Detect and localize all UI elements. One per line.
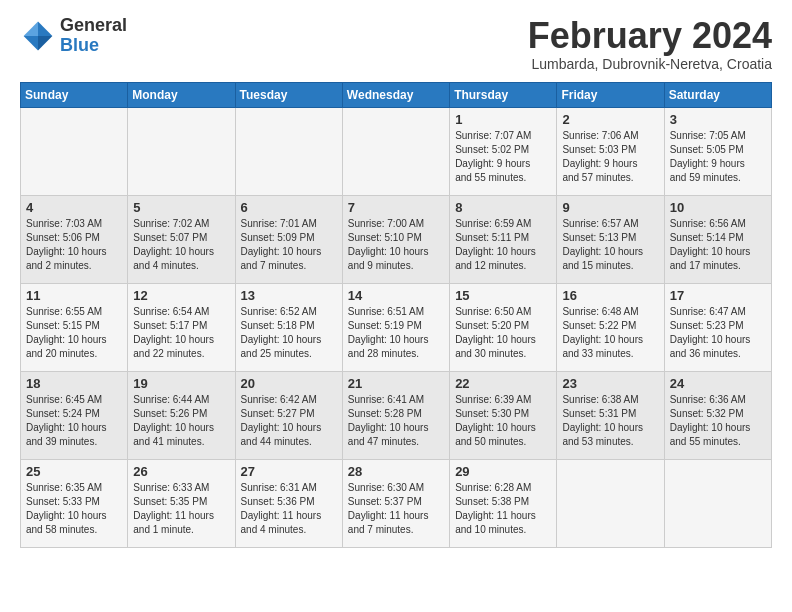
logo-text: General Blue [60,16,127,56]
page-header: General Blue February 2024 Lumbarda, Dub… [20,16,772,72]
calendar-cell: 24Sunrise: 6:36 AM Sunset: 5:32 PM Dayli… [664,371,771,459]
day-number: 28 [348,464,444,479]
day-number: 23 [562,376,658,391]
day-number: 24 [670,376,766,391]
day-number: 26 [133,464,229,479]
logo: General Blue [20,16,127,56]
calendar-cell: 20Sunrise: 6:42 AM Sunset: 5:27 PM Dayli… [235,371,342,459]
day-info: Sunrise: 6:33 AM Sunset: 5:35 PM Dayligh… [133,481,229,537]
calendar-cell: 10Sunrise: 6:56 AM Sunset: 5:14 PM Dayli… [664,195,771,283]
day-number: 29 [455,464,551,479]
day-number: 6 [241,200,337,215]
day-info: Sunrise: 7:01 AM Sunset: 5:09 PM Dayligh… [241,217,337,273]
calendar-cell [235,107,342,195]
calendar-cell: 11Sunrise: 6:55 AM Sunset: 5:15 PM Dayli… [21,283,128,371]
day-number: 21 [348,376,444,391]
header-monday: Monday [128,82,235,107]
header-friday: Friday [557,82,664,107]
day-info: Sunrise: 6:39 AM Sunset: 5:30 PM Dayligh… [455,393,551,449]
day-info: Sunrise: 7:00 AM Sunset: 5:10 PM Dayligh… [348,217,444,273]
day-info: Sunrise: 6:52 AM Sunset: 5:18 PM Dayligh… [241,305,337,361]
day-info: Sunrise: 7:02 AM Sunset: 5:07 PM Dayligh… [133,217,229,273]
logo-general: General [60,16,127,36]
calendar-cell [128,107,235,195]
day-info: Sunrise: 6:44 AM Sunset: 5:26 PM Dayligh… [133,393,229,449]
day-number: 20 [241,376,337,391]
day-info: Sunrise: 6:48 AM Sunset: 5:22 PM Dayligh… [562,305,658,361]
day-number: 7 [348,200,444,215]
calendar-cell: 12Sunrise: 6:54 AM Sunset: 5:17 PM Dayli… [128,283,235,371]
calendar-cell: 9Sunrise: 6:57 AM Sunset: 5:13 PM Daylig… [557,195,664,283]
calendar-week-row: 25Sunrise: 6:35 AM Sunset: 5:33 PM Dayli… [21,459,772,547]
day-info: Sunrise: 6:30 AM Sunset: 5:37 PM Dayligh… [348,481,444,537]
day-info: Sunrise: 6:38 AM Sunset: 5:31 PM Dayligh… [562,393,658,449]
calendar-cell: 2Sunrise: 7:06 AM Sunset: 5:03 PM Daylig… [557,107,664,195]
calendar-cell [557,459,664,547]
calendar-cell: 23Sunrise: 6:38 AM Sunset: 5:31 PM Dayli… [557,371,664,459]
day-info: Sunrise: 7:05 AM Sunset: 5:05 PM Dayligh… [670,129,766,185]
day-info: Sunrise: 7:03 AM Sunset: 5:06 PM Dayligh… [26,217,122,273]
calendar-cell: 8Sunrise: 6:59 AM Sunset: 5:11 PM Daylig… [450,195,557,283]
calendar-header-row: SundayMondayTuesdayWednesdayThursdayFrid… [21,82,772,107]
calendar-cell: 6Sunrise: 7:01 AM Sunset: 5:09 PM Daylig… [235,195,342,283]
header-sunday: Sunday [21,82,128,107]
day-number: 27 [241,464,337,479]
day-info: Sunrise: 6:36 AM Sunset: 5:32 PM Dayligh… [670,393,766,449]
calendar-week-row: 11Sunrise: 6:55 AM Sunset: 5:15 PM Dayli… [21,283,772,371]
header-saturday: Saturday [664,82,771,107]
day-info: Sunrise: 6:57 AM Sunset: 5:13 PM Dayligh… [562,217,658,273]
title-block: February 2024 Lumbarda, Dubrovnik-Neretv… [528,16,772,72]
day-info: Sunrise: 7:07 AM Sunset: 5:02 PM Dayligh… [455,129,551,185]
calendar-cell: 21Sunrise: 6:41 AM Sunset: 5:28 PM Dayli… [342,371,449,459]
calendar-cell: 1Sunrise: 7:07 AM Sunset: 5:02 PM Daylig… [450,107,557,195]
calendar-cell: 5Sunrise: 7:02 AM Sunset: 5:07 PM Daylig… [128,195,235,283]
month-year-title: February 2024 [528,16,772,56]
calendar-cell [342,107,449,195]
calendar-cell: 29Sunrise: 6:28 AM Sunset: 5:38 PM Dayli… [450,459,557,547]
calendar-cell: 7Sunrise: 7:00 AM Sunset: 5:10 PM Daylig… [342,195,449,283]
day-info: Sunrise: 6:54 AM Sunset: 5:17 PM Dayligh… [133,305,229,361]
day-info: Sunrise: 6:56 AM Sunset: 5:14 PM Dayligh… [670,217,766,273]
day-info: Sunrise: 6:59 AM Sunset: 5:11 PM Dayligh… [455,217,551,273]
day-number: 8 [455,200,551,215]
day-number: 19 [133,376,229,391]
calendar-cell: 19Sunrise: 6:44 AM Sunset: 5:26 PM Dayli… [128,371,235,459]
day-number: 16 [562,288,658,303]
day-number: 12 [133,288,229,303]
day-info: Sunrise: 6:31 AM Sunset: 5:36 PM Dayligh… [241,481,337,537]
header-wednesday: Wednesday [342,82,449,107]
calendar-cell: 27Sunrise: 6:31 AM Sunset: 5:36 PM Dayli… [235,459,342,547]
calendar-week-row: 4Sunrise: 7:03 AM Sunset: 5:06 PM Daylig… [21,195,772,283]
day-number: 1 [455,112,551,127]
day-number: 10 [670,200,766,215]
calendar-cell: 17Sunrise: 6:47 AM Sunset: 5:23 PM Dayli… [664,283,771,371]
day-number: 4 [26,200,122,215]
calendar-week-row: 1Sunrise: 7:07 AM Sunset: 5:02 PM Daylig… [21,107,772,195]
day-info: Sunrise: 6:28 AM Sunset: 5:38 PM Dayligh… [455,481,551,537]
day-info: Sunrise: 6:45 AM Sunset: 5:24 PM Dayligh… [26,393,122,449]
calendar-table: SundayMondayTuesdayWednesdayThursdayFrid… [20,82,772,548]
logo-icon [20,18,56,54]
day-number: 9 [562,200,658,215]
calendar-cell [21,107,128,195]
calendar-cell: 26Sunrise: 6:33 AM Sunset: 5:35 PM Dayli… [128,459,235,547]
day-number: 13 [241,288,337,303]
svg-marker-2 [24,36,38,50]
calendar-cell: 28Sunrise: 6:30 AM Sunset: 5:37 PM Dayli… [342,459,449,547]
day-number: 18 [26,376,122,391]
header-tuesday: Tuesday [235,82,342,107]
day-info: Sunrise: 6:51 AM Sunset: 5:19 PM Dayligh… [348,305,444,361]
day-info: Sunrise: 6:41 AM Sunset: 5:28 PM Dayligh… [348,393,444,449]
day-number: 5 [133,200,229,215]
day-info: Sunrise: 7:06 AM Sunset: 5:03 PM Dayligh… [562,129,658,185]
day-number: 25 [26,464,122,479]
day-info: Sunrise: 6:47 AM Sunset: 5:23 PM Dayligh… [670,305,766,361]
day-number: 11 [26,288,122,303]
calendar-cell: 18Sunrise: 6:45 AM Sunset: 5:24 PM Dayli… [21,371,128,459]
calendar-cell: 22Sunrise: 6:39 AM Sunset: 5:30 PM Dayli… [450,371,557,459]
day-number: 3 [670,112,766,127]
location-subtitle: Lumbarda, Dubrovnik-Neretva, Croatia [528,56,772,72]
calendar-cell: 15Sunrise: 6:50 AM Sunset: 5:20 PM Dayli… [450,283,557,371]
svg-marker-1 [24,21,38,35]
svg-marker-3 [38,36,52,50]
